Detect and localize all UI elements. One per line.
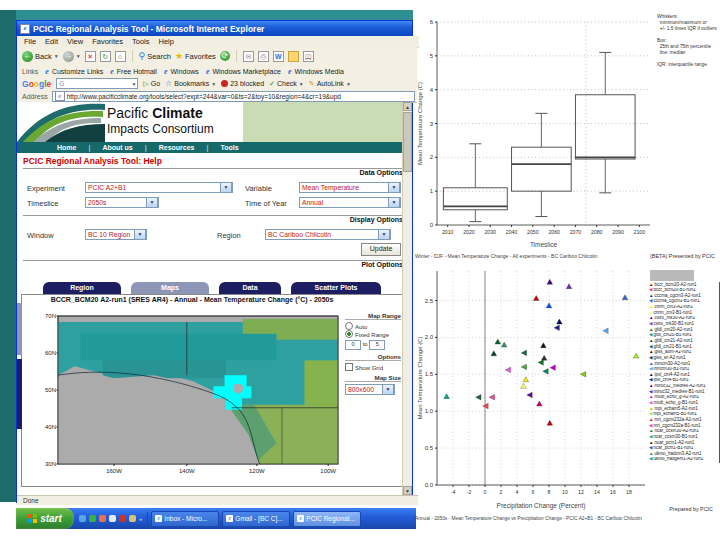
range-to-input[interactable]: 5 <box>369 340 385 350</box>
nav-item-home[interactable]: Home <box>47 144 86 151</box>
backdrop-left-strip <box>0 10 16 502</box>
favorites-button[interactable]: ★ Favorites <box>175 51 216 61</box>
menu-item-tools[interactable]: Tools <box>132 37 150 46</box>
links-item-free-hotmail[interactable]: eFree Hotmail <box>110 67 157 76</box>
window-titlebar[interactable]: e PCIC Regional Analysis Tool - Microsof… <box>17 21 412 36</box>
legend-marker-icon: ◀ <box>649 457 652 462</box>
svg-text:2100: 2100 <box>634 229 646 235</box>
chevron-down-icon: ▼ <box>378 229 390 240</box>
experiment-label: Experiment <box>27 184 65 193</box>
svg-text:2060: 2060 <box>548 229 560 235</box>
tab-data[interactable]: Data <box>219 282 281 294</box>
ie-favicon: e <box>45 67 49 76</box>
task-label: Gmail - [BC C]... <box>235 515 282 522</box>
address-input[interactable]: e http://www.pacificclimate.org/tools/se… <box>52 91 415 102</box>
ie-quicklaunch-icon[interactable] <box>79 515 86 522</box>
search-button[interactable]: ⚲ Search <box>139 51 171 61</box>
map-range-fixed-radio[interactable]: Fixed Range <box>345 330 401 338</box>
scrollbar-thumb[interactable] <box>403 112 412 172</box>
google-go-button[interactable]: ▷ Go <box>143 80 160 88</box>
scroll-up-icon[interactable]: ▲ <box>403 102 412 111</box>
variable-select[interactable]: Mean Temperature▼ <box>299 182 401 193</box>
svg-text:18: 18 <box>626 489 632 495</box>
map-size-label: Map Size <box>345 374 401 382</box>
timeslice-select[interactable]: 2050s▼ <box>85 197 159 208</box>
svg-text:2030: 2030 <box>484 229 496 235</box>
home-icon[interactable]: ⌂ <box>115 51 126 62</box>
firefox-quicklaunch-icon[interactable] <box>99 515 106 522</box>
menu-item-edit[interactable]: Edit <box>45 37 58 46</box>
legend-label: gfdl_cm20-A2-run1 <box>654 328 692 333</box>
menu-item-file[interactable]: File <box>24 37 36 46</box>
nav-item-resources[interactable]: Resources <box>149 144 205 151</box>
google-bookmarks-button[interactable]: ☆ Bookmarks ▼ <box>165 79 216 88</box>
tab-scatter-plots[interactable]: Scatter Plots <box>291 282 381 294</box>
scroll-down-icon[interactable]: ▼ <box>403 486 412 495</box>
links-item-windows-media[interactable]: eWindows Media <box>288 67 344 76</box>
media-quicklaunch-icon[interactable] <box>119 515 126 522</box>
messenger-icon[interactable] <box>288 51 299 62</box>
google-check-button[interactable]: ✓ Check ▼ <box>269 80 304 88</box>
time-of-year-select[interactable]: Annual▼ <box>299 197 401 208</box>
tab-maps[interactable]: Maps <box>131 282 209 294</box>
map-size-select[interactable]: 800x600▼ <box>345 384 395 395</box>
experiment-select[interactable]: PCIC A2+B1▼ <box>85 182 233 193</box>
google-popup-blocked-button[interactable]: 23 blocked <box>221 80 264 87</box>
plot-options-section: Plot Options <box>23 260 403 268</box>
mail-icon[interactable]: ✉ <box>243 51 254 62</box>
research-icon[interactable]: 🕮 <box>303 51 314 62</box>
links-item-windows[interactable]: eWindows <box>164 67 199 76</box>
back-dropdown-icon[interactable]: ▼ <box>54 53 59 59</box>
chevron-down-icon: ▼ <box>134 229 146 240</box>
show-grid-checkbox[interactable]: Show Grid <box>345 363 401 371</box>
folder-quicklaunch-icon[interactable] <box>129 515 136 522</box>
google-autolink-button[interactable]: ✎ AutoLink ▼ <box>309 80 351 88</box>
print-icon[interactable]: ⎙ <box>258 51 269 62</box>
forward-button[interactable]: → ▼ <box>63 51 81 62</box>
google-search-input[interactable]: G ▼ <box>56 78 138 89</box>
taskbar-task[interactable]: ePCIC Regional... <box>293 511 361 527</box>
svg-text:160W: 160W <box>106 468 122 474</box>
svg-text:0: 0 <box>430 222 434 228</box>
update-button[interactable]: Update <box>361 243 401 256</box>
legend-marker-icon: ◀ <box>649 299 652 304</box>
refresh-icon[interactable]: ↻ <box>100 51 111 62</box>
svg-text:2050: 2050 <box>527 229 539 235</box>
map-range-auto-radio[interactable]: Auto <box>345 322 401 330</box>
window-select[interactable]: BC 10 Region▼ <box>85 229 147 240</box>
taskbar-task[interactable]: eGmail - [BC C]... <box>222 511 290 527</box>
svg-text:1: 1 <box>430 188 434 194</box>
menu-item-favorites[interactable]: Favorites <box>92 37 123 46</box>
edit-icon[interactable]: W <box>273 51 284 62</box>
logo-text-line1: Pacific Climate <box>107 105 203 121</box>
climate-map[interactable]: 70N60N50N40N30N160W140W120W100W <box>32 312 344 484</box>
nav-separator: | <box>145 144 147 151</box>
menu-item-help[interactable]: Help <box>159 37 174 46</box>
desktop-quicklaunch-icon[interactable] <box>89 515 96 522</box>
svg-text:Mean Temperature Change (C): Mean Temperature Change (C) <box>417 82 423 165</box>
links-item-windows-marketplace[interactable]: eWindows Marketplace <box>206 67 281 76</box>
taskbar-task[interactable]: eInbox - Micro... <box>151 511 219 527</box>
google-search-dropdown-icon[interactable]: ▼ <box>131 81 137 87</box>
range-from-input[interactable]: 0 <box>345 340 361 350</box>
stop-icon[interactable]: ✕ <box>85 51 96 62</box>
side-tab-maps[interactable]: Maps <box>17 303 22 355</box>
window-quicklaunch-icon[interactable] <box>109 515 116 522</box>
pcic-header: Pacific Climate Impacts Consortium <box>17 102 403 142</box>
links-item-customize-links[interactable]: eCustomize Links <box>45 67 103 76</box>
quicklaunch-overflow-icon[interactable]: » <box>139 516 142 522</box>
history-icon[interactable]: ⟳ <box>220 51 230 61</box>
legend-marker-icon: ◀ <box>649 446 652 451</box>
start-button[interactable]: start <box>16 508 74 529</box>
region-select[interactable]: BC Cariboo Chilcotin▼ <box>265 229 391 240</box>
svg-text:2.5: 2.5 <box>425 298 434 304</box>
vertical-scrollbar[interactable]: ▲ ▼ <box>402 102 412 495</box>
forward-dropdown-icon[interactable]: ▼ <box>76 53 81 59</box>
tab-region[interactable]: Region <box>43 282 121 294</box>
nav-item-about-us[interactable]: About us <box>92 144 142 151</box>
side-tab-diffmap[interactable]: DiffMap <box>17 359 22 429</box>
menu-item-view[interactable]: View <box>67 37 83 46</box>
back-button[interactable]: ← Back ▼ <box>22 51 59 62</box>
nav-item-tools[interactable]: Tools <box>210 144 248 151</box>
chevron-down-icon: ▼ <box>220 182 232 193</box>
